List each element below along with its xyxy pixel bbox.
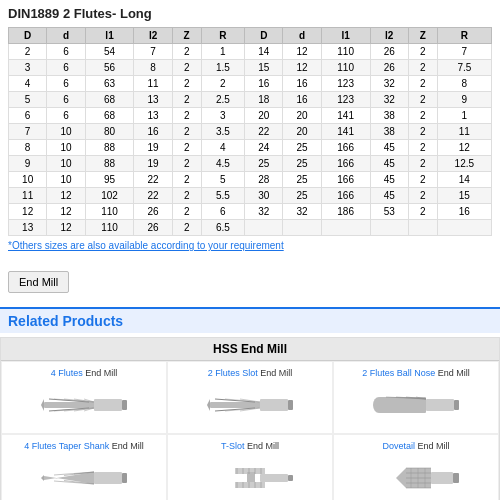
table-cell: 38 bbox=[370, 124, 408, 140]
table-cell: 2.5 bbox=[201, 92, 245, 108]
product-label: T-Slot End Mill bbox=[172, 441, 328, 451]
table-cell: 2 bbox=[172, 108, 201, 124]
table-cell: 2 bbox=[408, 188, 437, 204]
related-section: Related Products bbox=[0, 307, 500, 333]
end-mill-button[interactable]: End Mill bbox=[8, 271, 69, 293]
table-cell: 80 bbox=[85, 124, 134, 140]
svg-rect-31 bbox=[454, 400, 459, 410]
table-cell: 88 bbox=[85, 156, 134, 172]
table-cell: 12 bbox=[47, 220, 85, 236]
table-cell: 6 bbox=[47, 60, 85, 76]
table-header: Z bbox=[408, 28, 437, 44]
table-row: 3656821.515121102627.5 bbox=[9, 60, 492, 76]
product-link[interactable]: 4 Flutes Taper Shank bbox=[24, 441, 111, 451]
table-cell: 20 bbox=[283, 124, 321, 140]
table-cell: 1 bbox=[437, 108, 491, 124]
table-cell: 4.5 bbox=[201, 156, 245, 172]
table-cell: 2 bbox=[172, 156, 201, 172]
table-cell: 2 bbox=[172, 140, 201, 156]
table-cell: 16 bbox=[283, 76, 321, 92]
product-label: 2 Flutes Ball Nose End Mill bbox=[338, 368, 494, 378]
table-cell: 4 bbox=[9, 76, 47, 92]
table-header: l1 bbox=[321, 28, 370, 44]
product-cell[interactable]: T-Slot End Mill bbox=[167, 434, 333, 500]
table-cell: 10 bbox=[47, 140, 85, 156]
table-cell: 25 bbox=[283, 172, 321, 188]
table-cell: 10 bbox=[9, 172, 47, 188]
table-header: D bbox=[9, 28, 47, 44]
table-cell: 24 bbox=[245, 140, 283, 156]
table-cell: 10 bbox=[47, 156, 85, 172]
table-cell: 2 bbox=[408, 140, 437, 156]
table-cell: 10 bbox=[47, 124, 85, 140]
table-cell: 166 bbox=[321, 172, 370, 188]
table-cell: 10 bbox=[47, 172, 85, 188]
svg-rect-23 bbox=[288, 400, 293, 410]
product-link[interactable]: 2 Flutes Ball Nose bbox=[362, 368, 438, 378]
table-cell: 26 bbox=[134, 220, 172, 236]
product-cell[interactable]: 2 Flutes Slot End Mill bbox=[167, 361, 333, 434]
specs-table: Ddl1l2ZRDdl1l2ZR 26547211412110262736568… bbox=[8, 27, 492, 236]
table-cell: 54 bbox=[85, 44, 134, 60]
table-cell: 32 bbox=[370, 92, 408, 108]
note-link[interactable]: *Others sizes are also available accordi… bbox=[8, 240, 492, 251]
product-link[interactable]: T-Slot bbox=[221, 441, 247, 451]
table-cell: 3 bbox=[201, 108, 245, 124]
table-cell: 68 bbox=[85, 92, 134, 108]
related-title: Related Products bbox=[8, 313, 123, 329]
table-cell: 32 bbox=[245, 204, 283, 220]
table-cell: 141 bbox=[321, 108, 370, 124]
table-cell: 9 bbox=[437, 92, 491, 108]
table-cell: 14 bbox=[437, 172, 491, 188]
product-image bbox=[172, 382, 328, 427]
table-cell: 12 bbox=[283, 44, 321, 60]
hss-header: HSS End Mill bbox=[1, 338, 499, 361]
table-cell: 14 bbox=[245, 44, 283, 60]
table-cell: 16 bbox=[283, 92, 321, 108]
svg-rect-43 bbox=[247, 472, 255, 482]
table-cell: 22 bbox=[134, 188, 172, 204]
product-label: Dovetail End Mill bbox=[338, 441, 494, 451]
table-cell: 12 bbox=[9, 204, 47, 220]
table-cell: 2 bbox=[408, 204, 437, 220]
table-header: l2 bbox=[134, 28, 172, 44]
svg-rect-42 bbox=[235, 482, 265, 488]
table-cell: 18 bbox=[245, 92, 283, 108]
product-link[interactable]: 2 Flutes Slot bbox=[208, 368, 261, 378]
table-cell: 2 bbox=[9, 44, 47, 60]
table-cell: 32 bbox=[283, 204, 321, 220]
table-cell: 6 bbox=[47, 92, 85, 108]
product-link[interactable]: 4 Flutes bbox=[51, 368, 86, 378]
product-cell[interactable]: 2 Flutes Ball Nose End Mill bbox=[333, 361, 499, 434]
table-cell bbox=[370, 220, 408, 236]
table-cell: 13 bbox=[134, 92, 172, 108]
svg-rect-33 bbox=[94, 472, 122, 484]
product-cell[interactable]: 4 Flutes End Mill bbox=[1, 361, 167, 434]
table-cell: 2 bbox=[172, 124, 201, 140]
table-cell bbox=[245, 220, 283, 236]
table-cell: 26 bbox=[134, 204, 172, 220]
table-section: DIN1889 2 Flutes- Long Ddl1l2ZRDdl1l2ZR … bbox=[0, 0, 500, 299]
table-cell: 26 bbox=[370, 60, 408, 76]
table-cell: 22 bbox=[134, 172, 172, 188]
table-cell: 2 bbox=[408, 92, 437, 108]
table-cell: 166 bbox=[321, 156, 370, 172]
table-cell: 110 bbox=[85, 220, 134, 236]
table-cell: 7 bbox=[134, 44, 172, 60]
product-link[interactable]: Dovetail bbox=[382, 441, 417, 451]
table-cell: 56 bbox=[85, 60, 134, 76]
table-header: l2 bbox=[370, 28, 408, 44]
svg-rect-57 bbox=[431, 472, 453, 484]
table-cell: 15 bbox=[245, 60, 283, 76]
product-cell[interactable]: 4 Flutes Taper Shank End Mill bbox=[1, 434, 167, 500]
table-cell: 6 bbox=[201, 204, 245, 220]
table-cell: 141 bbox=[321, 124, 370, 140]
table-cell: 22 bbox=[245, 124, 283, 140]
table-cell: 5 bbox=[201, 172, 245, 188]
table-cell: 3 bbox=[9, 60, 47, 76]
product-cell[interactable]: Dovetail End Mill bbox=[333, 434, 499, 500]
table-cell: 88 bbox=[85, 140, 134, 156]
table-cell: 12 bbox=[437, 140, 491, 156]
table-cell: 5 bbox=[9, 92, 47, 108]
table-cell: 123 bbox=[321, 92, 370, 108]
